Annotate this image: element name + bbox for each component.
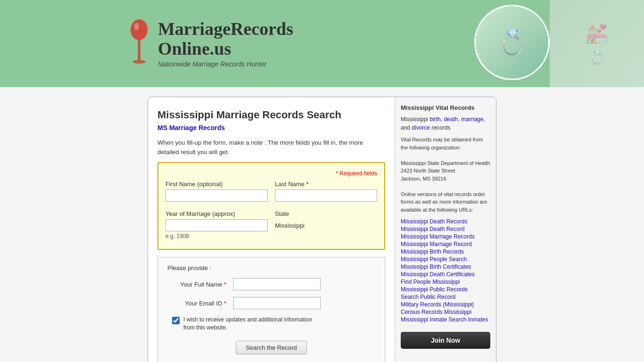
logo-icon: [127, 16, 151, 72]
sidebar-link-item: Find People Mississippi: [401, 279, 490, 285]
newsletter-label: I wish to receive updates and additional…: [183, 316, 325, 332]
site-tagline: Nationwide Marriage Records Hunter: [158, 60, 293, 68]
sidebar-link[interactable]: Mississippi Death Records: [401, 218, 467, 225]
sidebar-link[interactable]: Mississippi Birth Certificates: [401, 263, 471, 270]
sidebar-link-item: Mississippi Marriage Records: [401, 233, 490, 240]
newsletter-checkbox[interactable]: [172, 317, 180, 324]
header-decoration: 💍: [474, 5, 550, 80]
first-name-field: First Name (optional): [165, 181, 268, 202]
email-label: Your Email ID *: [167, 300, 229, 307]
first-name-input[interactable]: [165, 189, 268, 202]
last-name-field: Last Name *: [275, 181, 377, 202]
sidebar-link-item: Mississippi Death Records: [401, 218, 490, 225]
last-name-label: Last Name *: [275, 181, 377, 188]
sidebar: Mississippi Vital Records Mississippi bi…: [395, 97, 496, 362]
please-provide-box: Please provide : Your Full Name * Your E…: [157, 257, 385, 362]
site-name-line2: Online.us: [158, 39, 231, 58]
name-row: First Name (optional) Last Name *: [165, 181, 377, 202]
year-hint: e.g. 1908: [165, 233, 268, 239]
search-button-row: Search the Record: [167, 338, 375, 357]
svg-point-3: [132, 60, 146, 64]
search-form-box: * Required fields First Name (optional) …: [157, 162, 385, 250]
please-provide-title: Please provide :: [167, 264, 375, 272]
sidebar-link[interactable]: Mississippi People Search: [401, 256, 467, 263]
year-field: Year of Marriage (approx) e.g. 1908: [165, 210, 268, 239]
full-name-label: Your Full Name *: [167, 281, 229, 288]
page-body: Mississippi Marriage Records Search MS M…: [0, 87, 644, 362]
page-title: Mississippi Marriage Records Search: [157, 109, 385, 121]
sidebar-link-item: Mississippi Marriage Record: [401, 241, 490, 247]
email-row: Your Email ID *: [167, 297, 375, 309]
sidebar-title: Mississippi Vital Records: [401, 104, 490, 111]
sidebar-link[interactable]: Find People Mississippi: [401, 279, 460, 285]
search-button[interactable]: Search the Record: [236, 341, 306, 354]
sidebar-intro-text: Mississippi: [401, 116, 428, 123]
year-state-row: Year of Marriage (approx) e.g. 1908 Stat…: [165, 210, 377, 239]
required-note: * Required fields: [165, 170, 377, 177]
sidebar-link-item: Mississippi People Search: [401, 256, 490, 263]
death-link[interactable]: death: [444, 116, 458, 123]
state-field: State Mississippi: [275, 210, 377, 239]
sidebar-link[interactable]: Search Public Record: [401, 294, 455, 300]
vital-records-info: Vital Records may be obtained from the f…: [401, 136, 490, 214]
vital-text1: Vital Records may be obtained from the f…: [401, 136, 490, 151]
sidebar-link-item: Mississippi Inmate Search Inmates: [401, 316, 490, 323]
sidebar-link-item: Mississippi Death Record: [401, 226, 490, 232]
vital-text3: 2423 North State Street: [401, 167, 490, 175]
last-name-input[interactable]: [275, 189, 377, 202]
sidebar-link[interactable]: Military Records (Mississippi): [401, 301, 474, 308]
sidebar-link-item: Mississippi Death Certificates: [401, 271, 490, 278]
vital-text5: Online versions of vital records order f…: [401, 190, 490, 214]
full-name-input[interactable]: [233, 278, 321, 290]
email-input[interactable]: [233, 297, 321, 309]
state-label: State: [275, 210, 377, 217]
divorce-link[interactable]: divorce: [412, 124, 430, 131]
sidebar-link[interactable]: Mississippi Marriage Records: [401, 233, 475, 240]
description-text: When you fill-up the form, make a note :…: [157, 138, 385, 156]
join-now-button[interactable]: Join Now: [401, 332, 490, 349]
svg-point-1: [131, 19, 148, 40]
sidebar-link[interactable]: Census Records Mississippi: [401, 309, 471, 315]
svg-point-4: [134, 23, 139, 30]
sidebar-link-item: Mississippi Public Records: [401, 286, 490, 293]
full-name-req: *: [224, 281, 226, 288]
ms-marriage-records-link[interactable]: MS Marriage Records: [157, 124, 225, 132]
full-name-row: Your Full Name *: [167, 278, 375, 290]
sidebar-link-item: Military Records (Mississippi): [401, 301, 490, 308]
sidebar-intro: Mississippi birth, death, marriage, and …: [401, 115, 490, 132]
sidebar-link[interactable]: Mississippi Public Records: [401, 286, 468, 293]
sidebar-link[interactable]: Mississippi Inmate Search Inmates: [401, 316, 488, 323]
header-right-decoration: 💒 💍: [550, 0, 644, 87]
site-name-line1: MarriageRecords: [158, 19, 293, 39]
vital-text2: Mississippi State Department of Health: [401, 159, 490, 167]
state-value: Mississippi: [275, 219, 377, 229]
sidebar-link-item: Mississippi Birth Certificates: [401, 263, 490, 270]
sidebar-links-list: Mississippi Death RecordsMississippi Dea…: [401, 218, 490, 323]
year-label: Year of Marriage (approx): [165, 210, 268, 217]
newsletter-checkbox-row: I wish to receive updates and additional…: [167, 316, 375, 332]
sidebar-link-item: Mississippi Birth Records: [401, 248, 490, 255]
sidebar-link[interactable]: Mississippi Birth Records: [401, 248, 464, 255]
marriage-link[interactable]: marriage: [461, 116, 483, 123]
first-name-label: First Name (optional): [165, 181, 268, 188]
year-input[interactable]: [165, 219, 268, 231]
logo-text: MarriageRecordsOnline.us Nationwide Marr…: [158, 19, 293, 68]
vital-text4: Jackson, MS 39216: [401, 175, 490, 183]
join-now-row: Join Now: [401, 329, 490, 349]
site-header: MarriageRecordsOnline.us Nationwide Marr…: [0, 0, 644, 87]
sidebar-intro-suffix: records: [431, 124, 450, 131]
email-req: *: [224, 300, 226, 307]
content-area: Mississippi Marriage Records Search MS M…: [148, 97, 395, 362]
svg-rect-2: [138, 40, 140, 61]
sidebar-link[interactable]: Mississippi Death Certificates: [401, 271, 475, 278]
sidebar-link-item: Search Public Record: [401, 294, 490, 300]
sidebar-link[interactable]: Mississippi Death Record: [401, 226, 464, 232]
main-container: Mississippi Marriage Records Search MS M…: [148, 97, 496, 362]
birth-link[interactable]: birth: [429, 116, 440, 123]
sidebar-link-item: Census Records Mississippi: [401, 309, 490, 315]
sidebar-link[interactable]: Mississippi Marriage Record: [401, 241, 472, 247]
